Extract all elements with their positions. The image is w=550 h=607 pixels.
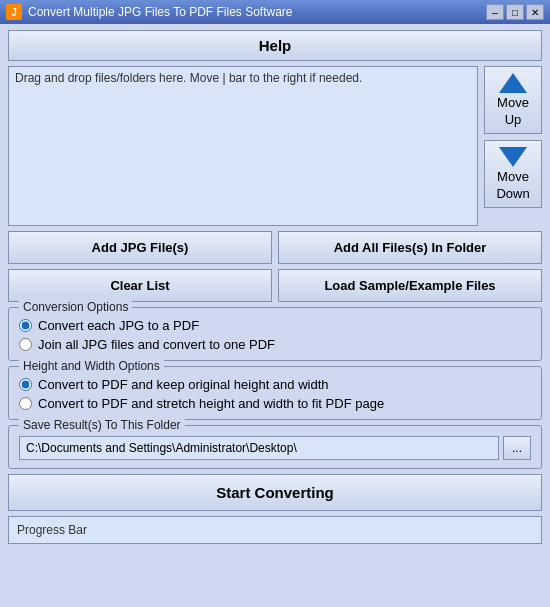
add-jpg-button[interactable]: Add JPG File(s): [8, 231, 272, 264]
height-width-option-2-radio[interactable]: [19, 397, 32, 410]
drop-area[interactable]: Drag and drop files/folders here. Move |…: [8, 66, 478, 226]
app-icon: J: [6, 4, 22, 20]
close-button[interactable]: ✕: [526, 4, 544, 20]
height-width-options-label: Height and Width Options: [19, 359, 164, 373]
title-bar: J Convert Multiple JPG Files To PDF File…: [0, 0, 550, 24]
start-converting-button[interactable]: Start Converting: [8, 474, 542, 511]
conversion-options-label: Conversion Options: [19, 300, 132, 314]
height-width-option-1-label: Convert to PDF and keep original height …: [38, 377, 329, 392]
add-buttons-row: Add JPG File(s) Add All Files(s) In Fold…: [8, 231, 542, 264]
move-up-label: Move: [497, 95, 529, 110]
move-down-label: Move: [497, 169, 529, 184]
arrow-up-icon: [499, 73, 527, 93]
move-buttons: Move Up Move Down: [484, 66, 542, 208]
conversion-option-1-label: Convert each JPG to a PDF: [38, 318, 199, 333]
title-bar-controls: – □ ✕: [486, 4, 544, 20]
conversion-option-2-row: Join all JPG files and convert to one PD…: [19, 337, 531, 352]
minimize-button[interactable]: –: [486, 4, 504, 20]
move-down-button[interactable]: Move Down: [484, 140, 542, 208]
height-width-option-1-radio[interactable]: [19, 378, 32, 391]
conversion-option-2-label: Join all JPG files and convert to one PD…: [38, 337, 275, 352]
drop-area-row: Drag and drop files/folders here. Move |…: [8, 66, 542, 226]
progress-bar-label: Progress Bar: [17, 523, 87, 537]
main-content: Help Drag and drop files/folders here. M…: [0, 24, 550, 550]
save-folder-label: Save Result(s) To This Folder: [19, 418, 185, 432]
progress-bar: Progress Bar: [8, 516, 542, 544]
height-width-option-1-row: Convert to PDF and keep original height …: [19, 377, 531, 392]
load-sample-button[interactable]: Load Sample/Example Files: [278, 269, 542, 302]
help-button[interactable]: Help: [8, 30, 542, 61]
maximize-button[interactable]: □: [506, 4, 524, 20]
conversion-option-1-row: Convert each JPG to a PDF: [19, 318, 531, 333]
folder-row: ...: [19, 436, 531, 460]
folder-path-input[interactable]: [19, 436, 499, 460]
clear-list-button[interactable]: Clear List: [8, 269, 272, 302]
browse-button[interactable]: ...: [503, 436, 531, 460]
save-folder-group: Save Result(s) To This Folder ...: [8, 425, 542, 469]
add-folder-button[interactable]: Add All Files(s) In Folder: [278, 231, 542, 264]
drop-area-placeholder: Drag and drop files/folders here. Move |…: [15, 71, 362, 85]
move-up-button[interactable]: Move Up: [484, 66, 542, 134]
height-width-options-group: Height and Width Options Convert to PDF …: [8, 366, 542, 420]
height-width-option-2-row: Convert to PDF and stretch height and wi…: [19, 396, 531, 411]
conversion-option-1-radio[interactable]: [19, 319, 32, 332]
conversion-option-2-radio[interactable]: [19, 338, 32, 351]
move-down-label2: Down: [496, 186, 529, 201]
move-up-label2: Up: [505, 112, 522, 127]
clear-load-buttons-row: Clear List Load Sample/Example Files: [8, 269, 542, 302]
conversion-options-group: Conversion Options Convert each JPG to a…: [8, 307, 542, 361]
arrow-down-icon: [499, 147, 527, 167]
height-width-option-2-label: Convert to PDF and stretch height and wi…: [38, 396, 384, 411]
title-bar-text: Convert Multiple JPG Files To PDF Files …: [28, 5, 480, 19]
